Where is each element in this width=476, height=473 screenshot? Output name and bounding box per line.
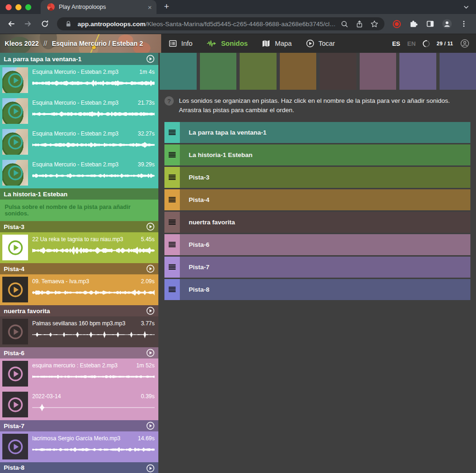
nav-mapa[interactable]: Mapa — [262, 39, 291, 48]
track-play-icon[interactable] — [146, 55, 155, 63]
track-play-icon[interactable] — [146, 464, 155, 473]
play-button-icon[interactable] — [7, 239, 24, 256]
lang-en-button[interactable]: EN — [407, 40, 416, 47]
sidebar-track-header[interactable]: Pista-6 — [0, 347, 158, 358]
audio-clip[interactable]: Esquina Mercurio - Esteban 2.mp31m 4s — [0, 65, 158, 96]
play-button-icon[interactable] — [7, 438, 24, 455]
zoom-page-icon[interactable] — [339, 18, 350, 29]
track-row[interactable]: Pista-8 — [164, 279, 470, 300]
clip-meta: esquina mercurio : Esteban 2.mp31m 52s — [32, 362, 155, 369]
nav-tocar[interactable]: Tocar — [306, 39, 335, 48]
clip-thumbnail[interactable] — [2, 319, 28, 344]
drag-handle[interactable] — [164, 122, 180, 143]
track-play-icon[interactable] — [146, 307, 155, 315]
drag-handle[interactable] — [164, 257, 180, 278]
drag-handle[interactable] — [164, 144, 180, 165]
audio-clip[interactable]: Palmas sevillanas 160 bpm mp3.mp33.77s — [0, 316, 158, 347]
track-row-name-area[interactable]: La parra tapa la ventana-1 — [180, 122, 470, 143]
play-button-icon[interactable] — [7, 103, 24, 120]
audio-clip[interactable]: Esquina Mercurio - Esteban 2.mp332.27s — [0, 127, 158, 158]
recording-indicator-icon[interactable] — [389, 16, 404, 31]
clip-thumbnail[interactable] — [2, 392, 28, 417]
track-row[interactable]: Pista-4 — [164, 189, 470, 210]
clip-thumbnail[interactable] — [2, 98, 28, 124]
lock-icon[interactable] — [63, 18, 74, 29]
forward-button[interactable] — [21, 16, 36, 31]
url-bar[interactable]: app.antropoloops.com/Kleos-Santa-Marina/… — [57, 17, 384, 30]
play-button-icon[interactable] — [7, 366, 24, 382]
clip-thumbnail[interactable] — [2, 160, 28, 186]
back-button[interactable] — [4, 16, 19, 31]
track-row[interactable]: Pista-3 — [164, 167, 470, 188]
play-button-icon[interactable] — [7, 72, 24, 89]
sidebar-track-header[interactable]: Pista-4 — [0, 263, 158, 274]
nav-info[interactable]: Info — [169, 39, 192, 48]
track-row-name-area[interactable]: Pista-7 — [180, 257, 470, 278]
track-play-icon[interactable] — [146, 422, 155, 430]
drag-handle[interactable] — [164, 279, 180, 300]
maximize-window-button[interactable] — [25, 4, 31, 10]
close-window-button[interactable] — [6, 4, 12, 10]
sidebar-track-header[interactable]: La historia-1 Esteban — [0, 188, 158, 200]
nav-sonidos[interactable]: Sonidos — [206, 39, 248, 48]
play-button-icon[interactable] — [7, 281, 24, 298]
audio-clip[interactable]: esquina mercurio : Esteban 2.mp31m 52s — [0, 358, 158, 389]
sidebar-track-header[interactable]: La parra tapa la ventana-1 — [0, 53, 158, 65]
track-row[interactable]: La historia-1 Esteban — [164, 144, 470, 165]
track-row-name-area[interactable]: Pista-4 — [180, 189, 470, 210]
new-tab-button[interactable]: + — [156, 1, 169, 14]
track-row[interactable]: La parra tapa la ventana-1 — [164, 122, 470, 143]
clip-thumbnail[interactable] — [2, 361, 28, 387]
sidebar-track-header[interactable]: Pista-3 — [0, 221, 158, 232]
clip-thumbnail[interactable] — [2, 235, 28, 260]
bookmark-star-icon[interactable] — [369, 18, 380, 29]
track-play-icon[interactable] — [146, 349, 155, 357]
breadcrumb-project[interactable]: Kleos 2022 — [5, 40, 39, 47]
audio-clip[interactable]: 09. Temaeva - Iva.mp32.09s — [0, 274, 158, 305]
audio-clip[interactable]: lacrimosa Sergio García Merlo.mp314.69s — [0, 431, 158, 462]
track-row[interactable]: Pista-7 — [164, 257, 470, 278]
drag-handle[interactable] — [164, 189, 180, 210]
audio-clip[interactable]: Esquina Mercurio - Esteban 2.mp321.73s — [0, 96, 158, 127]
profile-avatar[interactable] — [440, 16, 455, 31]
track-play-icon[interactable] — [146, 222, 155, 231]
extensions-puzzle-icon[interactable] — [406, 16, 421, 31]
track-row-name-area[interactable]: La historia-1 Esteban — [180, 144, 470, 165]
audio-clip[interactable]: 22 Ua reka te tagnia to rau niau.mp35.45… — [0, 232, 158, 263]
clip-thumbnail[interactable] — [2, 67, 28, 93]
close-tab-icon[interactable]: × — [148, 4, 152, 11]
side-panel-icon[interactable] — [423, 16, 438, 31]
track-row[interactable]: Pista-6 — [164, 234, 470, 255]
track-row-name-area[interactable]: Pista-8 — [180, 279, 470, 300]
clip-thumbnail[interactable] — [2, 277, 28, 302]
tab-search-chevron-icon[interactable] — [463, 4, 469, 10]
audio-clip[interactable]: 2022-03-140.39s — [0, 389, 158, 420]
track-clips: 09. Temaeva - Iva.mp32.09s — [0, 274, 158, 305]
reload-button[interactable] — [37, 16, 52, 31]
breadcrumb[interactable]: Kleos 2022 // Esquina Mercurio / Esteban… — [0, 34, 161, 53]
sidebar-track-header[interactable]: nuertra favorita — [0, 305, 158, 316]
minimize-window-button[interactable] — [15, 4, 21, 10]
lang-es-button[interactable]: ES — [392, 40, 400, 47]
sidebar-track-header[interactable]: Pista-8 — [0, 462, 158, 473]
track-play-icon[interactable] — [146, 265, 155, 273]
play-button-icon[interactable] — [7, 134, 24, 150]
track-row-name-area[interactable]: nuertra favorita — [180, 212, 470, 233]
browser-tab[interactable]: Play Antropoloops × — [41, 0, 156, 14]
drag-handle[interactable] — [164, 212, 180, 233]
drag-handle[interactable] — [164, 234, 180, 255]
track-row-name-area[interactable]: Pista-3 — [180, 167, 470, 188]
account-icon[interactable] — [460, 39, 469, 48]
play-button-icon[interactable] — [7, 396, 24, 413]
audio-clip[interactable]: Esquina Mercurio - Esteban 2.mp339.29s — [0, 158, 158, 188]
clip-thumbnail[interactable] — [2, 434, 28, 459]
track-row-name-area[interactable]: Pista-6 — [180, 234, 470, 255]
drag-handle[interactable] — [164, 167, 180, 188]
sidebar-track-header[interactable]: Pista-7 — [0, 420, 158, 431]
share-icon[interactable] — [354, 18, 365, 29]
clip-thumbnail[interactable] — [2, 129, 28, 155]
track-row[interactable]: nuertra favorita — [164, 212, 470, 233]
play-button-icon[interactable] — [7, 323, 24, 340]
browser-menu-icon[interactable] — [456, 16, 471, 31]
play-button-icon[interactable] — [7, 165, 24, 181]
